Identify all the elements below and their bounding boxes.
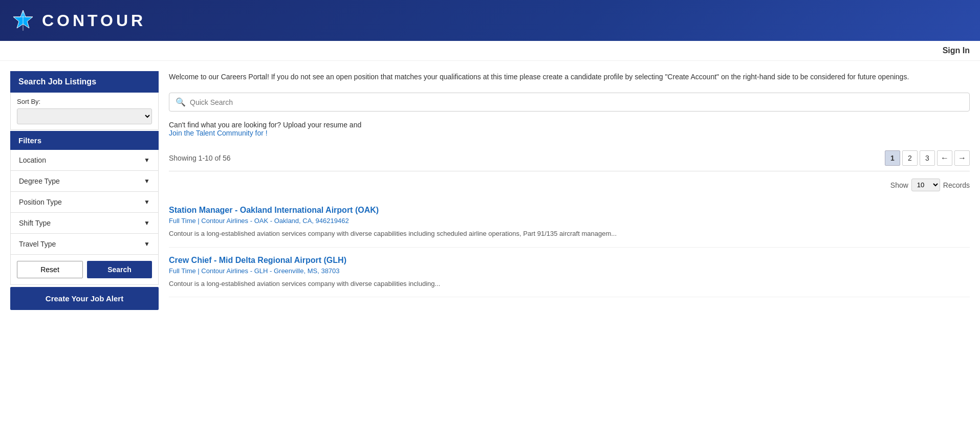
next-page-button[interactable]: →	[954, 150, 970, 166]
cant-find-section: Can't find what you are looking for? Upl…	[169, 121, 970, 137]
star-icon	[10, 8, 36, 33]
filter-buttons: Reset Search	[10, 255, 159, 285]
sidebar-title: Search Job Listings	[10, 71, 159, 93]
create-job-alert-button[interactable]: Create Your Job Alert	[10, 287, 159, 310]
filter-degree-type-label: Degree Type	[19, 177, 60, 185]
job-description: Contour is a long-established aviation s…	[169, 229, 970, 239]
job-title-link[interactable]: Station Manager - Oakland International …	[169, 206, 970, 215]
filter-degree-type[interactable]: Degree Type ▼	[10, 171, 159, 192]
filter-shift-type[interactable]: Shift Type ▼	[10, 213, 159, 234]
quick-search-container: 🔍	[169, 93, 970, 112]
chevron-down-icon: ▼	[144, 198, 150, 206]
records-row: Show 10 25 50 100 Records	[169, 175, 970, 197]
records-label: Records	[943, 181, 970, 189]
signin-link[interactable]: Sign In	[943, 46, 970, 55]
header: CONTOUR	[0, 0, 980, 41]
logo-text: CONTOUR	[42, 11, 146, 30]
welcome-text: Welcome to our Careers Portal! If you do…	[169, 71, 970, 82]
pagination: 1 2 3 ← →	[885, 150, 970, 166]
sort-by-section: Sort By: Date Title Location	[10, 93, 159, 130]
filter-position-type[interactable]: Position Type ▼	[10, 192, 159, 213]
filter-location[interactable]: Location ▼	[10, 150, 159, 171]
sort-by-select[interactable]: Date Title Location	[17, 108, 152, 124]
sidebar: Search Job Listings Sort By: Date Title …	[10, 71, 159, 310]
reset-button[interactable]: Reset	[17, 261, 83, 278]
page-1-button[interactable]: 1	[885, 150, 900, 166]
signin-bar: Sign In	[0, 41, 980, 61]
filter-location-label: Location	[19, 156, 46, 164]
job-title-link[interactable]: Crew Chief - Mid Delta Regional Airport …	[169, 256, 970, 265]
quick-search-input[interactable]	[190, 98, 963, 106]
job-listing: Station Manager - Oakland International …	[169, 197, 970, 248]
job-subtitle: Full Time | Contour Airlines - GLH - Gre…	[169, 267, 970, 275]
records-per-page-select[interactable]: 10 25 50 100	[911, 179, 940, 191]
main-container: Search Job Listings Sort By: Date Title …	[0, 61, 980, 320]
chevron-down-icon: ▼	[144, 240, 150, 248]
sort-by-label: Sort By:	[17, 98, 152, 105]
filters-title: Filters	[10, 131, 159, 150]
logo-container: CONTOUR	[10, 8, 146, 33]
chevron-down-icon: ▼	[144, 178, 150, 185]
filter-position-type-label: Position Type	[19, 198, 62, 206]
filter-travel-type-label: Travel Type	[19, 240, 56, 248]
filter-shift-type-label: Shift Type	[19, 219, 51, 227]
prev-page-button[interactable]: ←	[937, 150, 952, 166]
showing-text: Showing 1-10 of 56	[169, 154, 231, 162]
results-header: Showing 1-10 of 56 1 2 3 ← →	[169, 145, 970, 171]
chevron-down-icon: ▼	[144, 157, 150, 164]
search-button[interactable]: Search	[87, 261, 152, 278]
job-listing: Crew Chief - Mid Delta Regional Airport …	[169, 248, 970, 298]
cant-find-text: Can't find what you are looking for? Upl…	[169, 121, 361, 129]
page-3-button[interactable]: 3	[920, 150, 935, 166]
search-icon: 🔍	[176, 97, 186, 107]
content-area: Welcome to our Careers Portal! If you do…	[169, 71, 970, 310]
page-2-button[interactable]: 2	[902, 150, 918, 166]
chevron-down-icon: ▼	[144, 219, 150, 227]
job-description: Contour is a long-established aviation s…	[169, 279, 970, 289]
job-subtitle: Full Time | Contour Airlines - OAK - Oak…	[169, 217, 970, 225]
filter-travel-type[interactable]: Travel Type ▼	[10, 234, 159, 255]
show-label: Show	[890, 181, 908, 189]
talent-community-link[interactable]: Join the Talent Community for !	[169, 129, 268, 137]
